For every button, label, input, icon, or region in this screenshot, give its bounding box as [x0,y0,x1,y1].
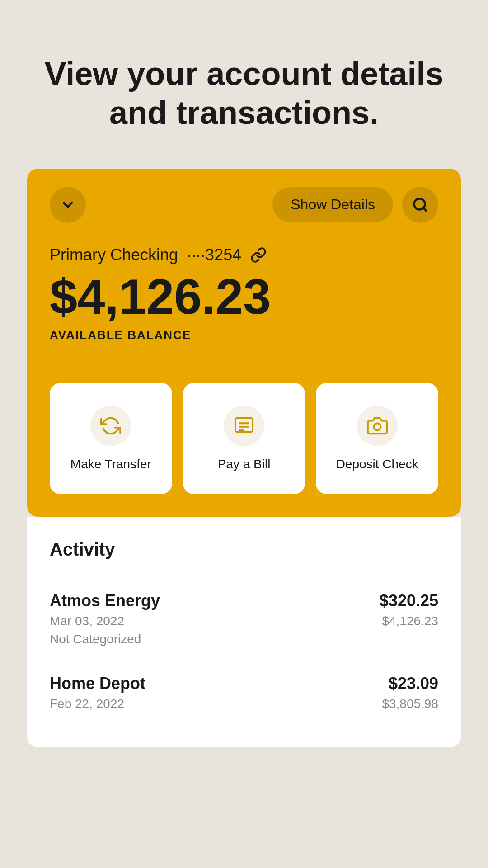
transaction-balance: $3,805.98 [382,697,438,711]
camera-icon-circle [357,406,398,446]
card-header-right: Show Details [272,187,438,223]
transaction-right: $23.09 $3,805.98 [382,674,438,711]
deposit-check-button[interactable]: Deposit Check [316,383,438,494]
search-button[interactable] [402,187,438,223]
page-header: View your account details and transactio… [0,0,488,169]
white-section: Activity Atmos Energy Mar 03, 2022 Not C… [27,517,461,747]
make-transfer-button[interactable]: Make Transfer [50,383,172,494]
account-number: ····3254 [187,245,241,264]
transaction-item[interactable]: Home Depot Feb 22, 2022 $23.09 $3,805.98 [50,660,438,725]
make-transfer-label: Make Transfer [70,457,151,472]
transaction-date: Mar 03, 2022 [50,614,160,628]
account-name: Primary Checking [50,245,178,264]
page-title: View your account details and transactio… [36,54,452,132]
transaction-left: Atmos Energy Mar 03, 2022 Not Categorize… [50,591,160,646]
account-name-row: Primary Checking ····3254 [50,245,438,264]
show-details-button[interactable]: Show Details [272,187,393,222]
pay-bill-label: Pay a Bill [218,457,271,472]
transaction-date: Feb 22, 2022 [50,697,145,711]
transaction-amount: $23.09 [389,674,438,693]
camera-icon [367,415,388,436]
svg-rect-2 [235,418,253,432]
transaction-balance: $4,126.23 [382,614,438,628]
transfer-icon-circle [90,406,131,446]
account-card: Show Details Primary Checking ····3254 [27,169,461,517]
card-header: Show Details [27,169,461,236]
available-balance-label: AVAILABLE BALANCE [50,328,438,342]
transaction-right: $320.25 $4,126.23 [380,591,438,628]
transaction-name: Home Depot [50,674,145,693]
pay-bill-button[interactable]: Pay a Bill [183,383,305,494]
transaction-name: Atmos Energy [50,591,160,610]
deposit-check-label: Deposit Check [336,457,418,472]
svg-point-6 [374,423,380,430]
transaction-left: Home Depot Feb 22, 2022 [50,674,145,711]
transaction-category: Not Categorized [50,632,160,646]
page: View your account details and transactio… [0,0,488,747]
bill-icon [234,415,254,436]
svg-line-1 [423,208,427,211]
action-buttons-row: Make Transfer Pay a Bill [27,383,461,517]
account-info: Primary Checking ····3254 $4,126.23 AVAI… [27,236,461,383]
activity-title: Activity [50,539,438,560]
transaction-item[interactable]: Atmos Energy Mar 03, 2022 Not Categorize… [50,578,438,660]
dropdown-button[interactable] [50,187,86,223]
bill-icon-circle [224,406,264,446]
link-icon[interactable] [250,247,267,263]
transfer-icon [100,415,121,436]
balance-amount: $4,126.23 [50,269,438,324]
transaction-amount: $320.25 [380,591,438,610]
